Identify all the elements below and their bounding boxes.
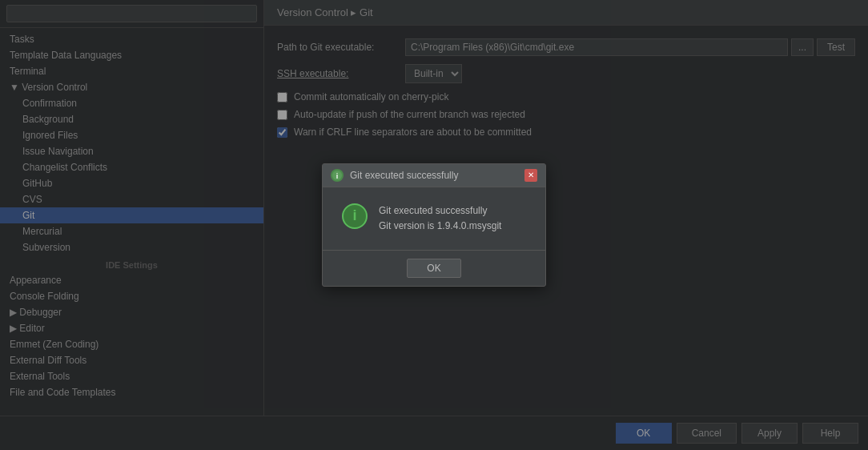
modal-line2: Git version is 1.9.4.0.msysgit [379, 219, 501, 234]
success-modal: i Git executed successfully ✕ i Git exec… [322, 163, 546, 287]
modal-title-left: i Git executed successfully [331, 169, 458, 182]
modal-footer: OK [323, 250, 545, 286]
modal-title-text: Git executed successfully [350, 170, 458, 181]
modal-text: Git executed successfully Git version is… [379, 203, 501, 234]
modal-close-button[interactable]: ✕ [524, 169, 537, 182]
modal-info-icon: i [342, 203, 368, 229]
modal-info-icon-text: i [352, 207, 356, 224]
svg-text:i: i [336, 172, 339, 180]
modal-body: i Git executed successfully Git version … [323, 187, 545, 250]
modal-title-icon: i [331, 169, 344, 182]
modal-titlebar: i Git executed successfully ✕ [323, 164, 545, 187]
modal-line1: Git executed successfully [379, 203, 501, 219]
modal-overlay: i Git executed successfully ✕ i Git exec… [0, 0, 868, 450]
modal-ok-button[interactable]: OK [407, 259, 460, 278]
